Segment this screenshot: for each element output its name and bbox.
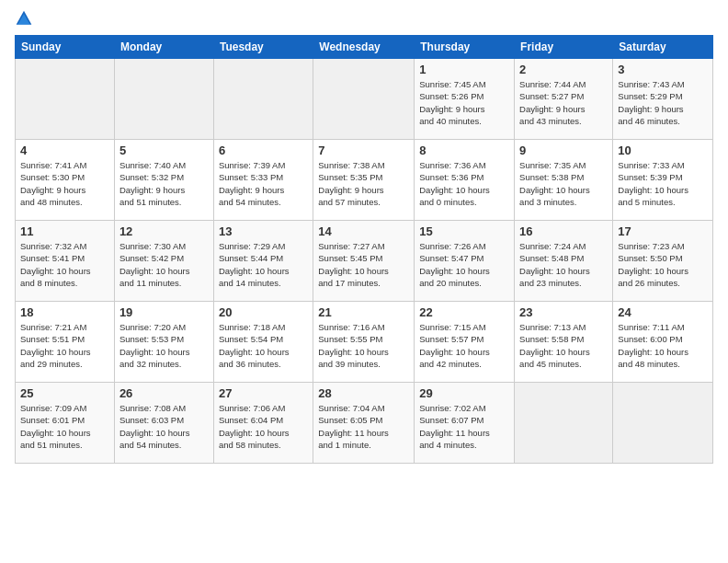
calendar-cell: 24Sunrise: 7:11 AMSunset: 6:00 PMDayligh… bbox=[613, 302, 713, 383]
calendar-cell: 6Sunrise: 7:39 AMSunset: 5:33 PMDaylight… bbox=[213, 140, 313, 221]
day-info: Sunrise: 7:23 AMSunset: 5:50 PMDaylight:… bbox=[618, 240, 708, 289]
calendar-cell bbox=[613, 383, 713, 464]
day-header-saturday: Saturday bbox=[613, 36, 713, 59]
day-info: Sunrise: 7:21 AMSunset: 5:51 PMDaylight:… bbox=[20, 321, 109, 370]
day-number: 10 bbox=[618, 144, 708, 157]
calendar-cell: 1Sunrise: 7:45 AMSunset: 5:26 PMDaylight… bbox=[415, 59, 515, 140]
calendar-cell: 14Sunrise: 7:27 AMSunset: 5:45 PMDayligh… bbox=[313, 221, 415, 302]
day-info: Sunrise: 7:02 AMSunset: 6:07 PMDaylight:… bbox=[419, 402, 509, 451]
calendar-cell: 10Sunrise: 7:33 AMSunset: 5:39 PMDayligh… bbox=[613, 140, 713, 221]
calendar-cell: 18Sunrise: 7:21 AMSunset: 5:51 PMDayligh… bbox=[16, 302, 115, 383]
day-info: Sunrise: 7:41 AMSunset: 5:30 PMDaylight:… bbox=[20, 159, 109, 208]
page: SundayMondayTuesdayWednesdayThursdayFrid… bbox=[0, 0, 728, 473]
week-row-0: 1Sunrise: 7:45 AMSunset: 5:26 PMDaylight… bbox=[16, 59, 713, 140]
day-info: Sunrise: 7:24 AMSunset: 5:48 PMDaylight:… bbox=[519, 240, 608, 289]
day-header-wednesday: Wednesday bbox=[313, 36, 415, 59]
day-number: 16 bbox=[519, 224, 608, 238]
calendar-cell: 28Sunrise: 7:04 AMSunset: 6:05 PMDayligh… bbox=[313, 383, 415, 464]
calendar-cell: 15Sunrise: 7:26 AMSunset: 5:47 PMDayligh… bbox=[415, 221, 515, 302]
day-number: 8 bbox=[419, 144, 509, 157]
day-number: 19 bbox=[119, 305, 209, 319]
day-info: Sunrise: 7:30 AMSunset: 5:42 PMDaylight:… bbox=[119, 240, 209, 289]
calendar-cell bbox=[515, 383, 613, 464]
calendar-cell: 3Sunrise: 7:43 AMSunset: 5:29 PMDaylight… bbox=[613, 59, 713, 140]
calendar-cell: 16Sunrise: 7:24 AMSunset: 5:48 PMDayligh… bbox=[515, 221, 613, 302]
day-number: 11 bbox=[20, 224, 109, 238]
header-row: SundayMondayTuesdayWednesdayThursdayFrid… bbox=[16, 36, 713, 59]
day-info: Sunrise: 7:32 AMSunset: 5:41 PMDaylight:… bbox=[20, 240, 109, 289]
calendar-cell: 7Sunrise: 7:38 AMSunset: 5:35 PMDaylight… bbox=[313, 140, 415, 221]
day-info: Sunrise: 7:35 AMSunset: 5:38 PMDaylight:… bbox=[519, 159, 608, 208]
calendar-cell: 4Sunrise: 7:41 AMSunset: 5:30 PMDaylight… bbox=[16, 140, 115, 221]
calendar-cell: 22Sunrise: 7:15 AMSunset: 5:57 PMDayligh… bbox=[415, 302, 515, 383]
day-number: 28 bbox=[318, 386, 409, 400]
day-number: 1 bbox=[419, 63, 509, 76]
calendar-cell: 11Sunrise: 7:32 AMSunset: 5:41 PMDayligh… bbox=[16, 221, 115, 302]
calendar-cell bbox=[313, 59, 415, 140]
day-number: 14 bbox=[318, 224, 409, 238]
day-header-monday: Monday bbox=[114, 36, 213, 59]
calendar-cell: 19Sunrise: 7:20 AMSunset: 5:53 PMDayligh… bbox=[114, 302, 213, 383]
calendar-cell: 17Sunrise: 7:23 AMSunset: 5:50 PMDayligh… bbox=[613, 221, 713, 302]
week-row-2: 11Sunrise: 7:32 AMSunset: 5:41 PMDayligh… bbox=[16, 221, 713, 302]
day-number: 17 bbox=[618, 224, 708, 238]
day-header-tuesday: Tuesday bbox=[213, 36, 313, 59]
day-number: 2 bbox=[519, 63, 608, 76]
logo bbox=[15, 9, 37, 28]
calendar-cell: 27Sunrise: 7:06 AMSunset: 6:04 PMDayligh… bbox=[213, 383, 313, 464]
day-number: 12 bbox=[119, 224, 209, 238]
calendar-header: SundayMondayTuesdayWednesdayThursdayFrid… bbox=[16, 36, 713, 59]
day-number: 29 bbox=[419, 386, 509, 400]
day-number: 25 bbox=[20, 386, 109, 400]
day-info: Sunrise: 7:13 AMSunset: 5:58 PMDaylight:… bbox=[519, 321, 608, 370]
day-info: Sunrise: 7:38 AMSunset: 5:35 PMDaylight:… bbox=[318, 159, 409, 208]
day-info: Sunrise: 7:40 AMSunset: 5:32 PMDaylight:… bbox=[119, 159, 209, 208]
calendar-body: 1Sunrise: 7:45 AMSunset: 5:26 PMDaylight… bbox=[16, 59, 713, 464]
day-header-thursday: Thursday bbox=[415, 36, 515, 59]
calendar-cell: 26Sunrise: 7:08 AMSunset: 6:03 PMDayligh… bbox=[114, 383, 213, 464]
day-info: Sunrise: 7:45 AMSunset: 5:26 PMDaylight:… bbox=[419, 78, 509, 127]
calendar-cell: 21Sunrise: 7:16 AMSunset: 5:55 PMDayligh… bbox=[313, 302, 415, 383]
day-number: 21 bbox=[318, 305, 409, 319]
day-number: 7 bbox=[318, 144, 409, 157]
day-info: Sunrise: 7:16 AMSunset: 5:55 PMDaylight:… bbox=[318, 321, 409, 370]
week-row-4: 25Sunrise: 7:09 AMSunset: 6:01 PMDayligh… bbox=[16, 383, 713, 464]
day-info: Sunrise: 7:18 AMSunset: 5:54 PMDaylight:… bbox=[219, 321, 308, 370]
day-info: Sunrise: 7:29 AMSunset: 5:44 PMDaylight:… bbox=[219, 240, 308, 289]
week-row-3: 18Sunrise: 7:21 AMSunset: 5:51 PMDayligh… bbox=[16, 302, 713, 383]
day-number: 20 bbox=[219, 305, 308, 319]
calendar-cell: 8Sunrise: 7:36 AMSunset: 5:36 PMDaylight… bbox=[415, 140, 515, 221]
day-info: Sunrise: 7:36 AMSunset: 5:36 PMDaylight:… bbox=[419, 159, 509, 208]
calendar: SundayMondayTuesdayWednesdayThursdayFrid… bbox=[15, 35, 713, 464]
day-info: Sunrise: 7:15 AMSunset: 5:57 PMDaylight:… bbox=[419, 321, 509, 370]
logo-icon bbox=[15, 9, 33, 28]
day-info: Sunrise: 7:44 AMSunset: 5:27 PMDaylight:… bbox=[519, 78, 608, 127]
calendar-cell bbox=[114, 59, 213, 140]
day-info: Sunrise: 7:20 AMSunset: 5:53 PMDaylight:… bbox=[119, 321, 209, 370]
calendar-cell: 5Sunrise: 7:40 AMSunset: 5:32 PMDaylight… bbox=[114, 140, 213, 221]
day-info: Sunrise: 7:43 AMSunset: 5:29 PMDaylight:… bbox=[618, 78, 708, 127]
calendar-cell: 2Sunrise: 7:44 AMSunset: 5:27 PMDaylight… bbox=[515, 59, 613, 140]
day-header-friday: Friday bbox=[515, 36, 613, 59]
day-number: 23 bbox=[519, 305, 608, 319]
day-info: Sunrise: 7:08 AMSunset: 6:03 PMDaylight:… bbox=[119, 402, 209, 451]
calendar-cell bbox=[213, 59, 313, 140]
day-number: 9 bbox=[519, 144, 608, 157]
day-number: 26 bbox=[119, 386, 209, 400]
calendar-cell: 29Sunrise: 7:02 AMSunset: 6:07 PMDayligh… bbox=[415, 383, 515, 464]
day-number: 24 bbox=[618, 305, 708, 319]
calendar-cell: 23Sunrise: 7:13 AMSunset: 5:58 PMDayligh… bbox=[515, 302, 613, 383]
day-number: 6 bbox=[219, 144, 308, 157]
calendar-cell: 25Sunrise: 7:09 AMSunset: 6:01 PMDayligh… bbox=[16, 383, 115, 464]
calendar-cell: 9Sunrise: 7:35 AMSunset: 5:38 PMDaylight… bbox=[515, 140, 613, 221]
day-info: Sunrise: 7:39 AMSunset: 5:33 PMDaylight:… bbox=[219, 159, 308, 208]
day-info: Sunrise: 7:11 AMSunset: 6:00 PMDaylight:… bbox=[618, 321, 708, 370]
day-info: Sunrise: 7:09 AMSunset: 6:01 PMDaylight:… bbox=[20, 402, 109, 451]
calendar-cell: 20Sunrise: 7:18 AMSunset: 5:54 PMDayligh… bbox=[213, 302, 313, 383]
day-info: Sunrise: 7:33 AMSunset: 5:39 PMDaylight:… bbox=[618, 159, 708, 208]
calendar-cell: 13Sunrise: 7:29 AMSunset: 5:44 PMDayligh… bbox=[213, 221, 313, 302]
day-info: Sunrise: 7:04 AMSunset: 6:05 PMDaylight:… bbox=[318, 402, 409, 451]
day-number: 15 bbox=[419, 224, 509, 238]
day-number: 18 bbox=[20, 305, 109, 319]
day-info: Sunrise: 7:06 AMSunset: 6:04 PMDaylight:… bbox=[219, 402, 308, 451]
